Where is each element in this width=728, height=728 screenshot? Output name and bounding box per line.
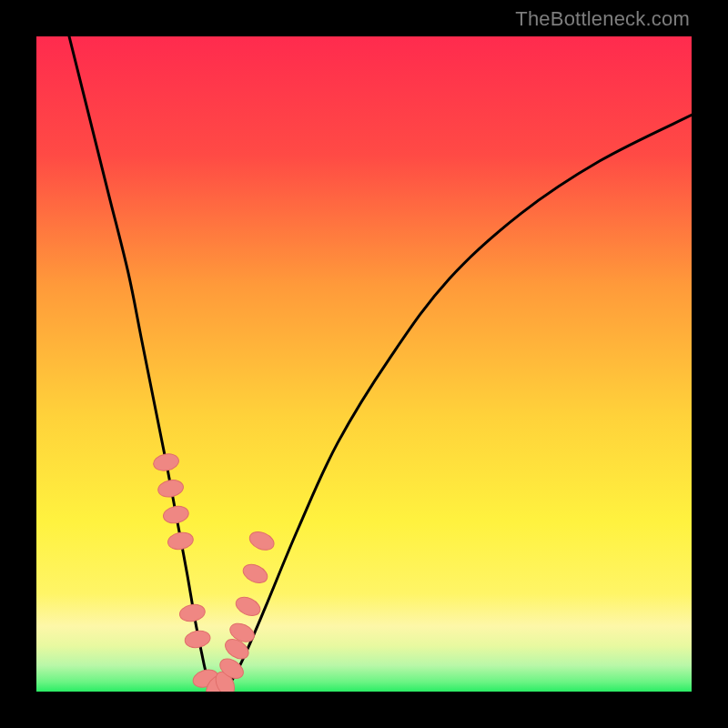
curve-marker xyxy=(247,529,277,553)
watermark-text: TheBottleneck.com xyxy=(515,7,690,31)
curve-marker xyxy=(167,531,195,551)
curve-marker xyxy=(162,504,190,525)
curve-marker xyxy=(240,561,270,586)
curve-marker xyxy=(178,602,207,623)
chart-frame: TheBottleneck.com xyxy=(0,0,728,728)
plot-area xyxy=(36,36,692,692)
curve-marker xyxy=(157,478,185,499)
curve-marker xyxy=(184,629,212,650)
curve-layer xyxy=(36,36,692,692)
curve-marker xyxy=(152,451,180,472)
curve-marker xyxy=(233,593,263,619)
bottleneck-curve xyxy=(69,36,692,690)
